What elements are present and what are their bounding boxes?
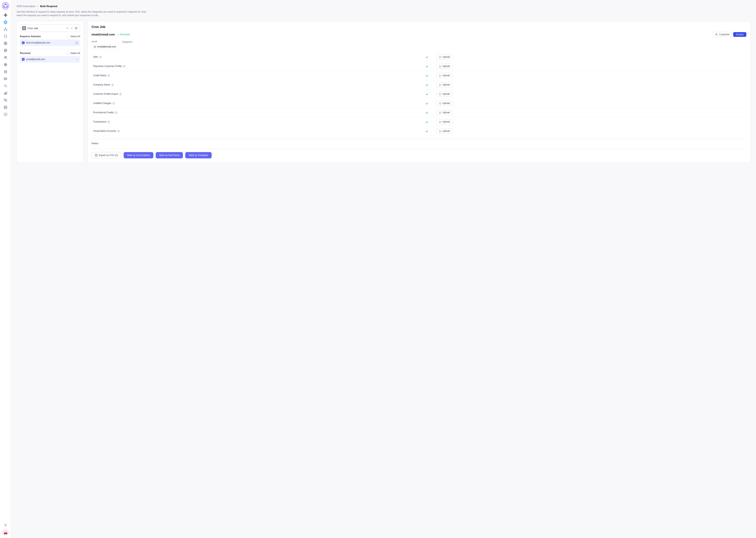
left-panel: Cron Job ✕ <box>17 21 83 163</box>
svg-rect-10 <box>4 35 7 37</box>
svg-point-25 <box>5 79 5 79</box>
upload-icon <box>439 56 441 58</box>
notes-section: Notes: <box>92 139 746 145</box>
table-icon[interactable] <box>2 104 9 110</box>
svg-rect-30 <box>4 93 5 94</box>
upload-button[interactable]: Upload <box>436 82 452 87</box>
integration-filter-btn[interactable] <box>74 26 78 30</box>
mark-not-found-button[interactable]: Mark as Not Found <box>156 152 183 158</box>
datapoint-check-icon <box>425 55 428 58</box>
email-tag-value: email@email.com <box>97 45 116 48</box>
svg-rect-14 <box>6 43 7 45</box>
datapoint-name: Company Name <box>93 83 417 86</box>
filter-list-icon[interactable] <box>2 522 9 528</box>
upload-button[interactable]: Upload <box>436 91 452 96</box>
info-icon <box>123 65 125 67</box>
info-icon <box>119 92 122 95</box>
database-icon[interactable] <box>2 69 9 75</box>
svg-rect-41 <box>23 27 24 28</box>
datapoint-row: Transactions <box>92 117 746 127</box>
requires-attention-header: Requires Attention Select All <box>20 35 80 38</box>
datapoints-table: Gifts <box>92 52 746 136</box>
resolved-section: Resolved Select All ✓ email@email.com ✓ <box>20 52 80 63</box>
breadcrumb-current: Bulk Respond <box>40 5 57 8</box>
sidebar-bottom: 🚗 <box>2 522 9 536</box>
integration-name: Cron Job <box>27 27 64 30</box>
chart-bar-icon[interactable] <box>2 90 9 96</box>
email-col-label: email <box>92 40 118 43</box>
mark-exception-button[interactable]: Mark as an Exception <box>124 152 153 158</box>
datapoint-actions: Upload <box>435 108 746 117</box>
mark-complete-button[interactable]: Mark as Complete <box>185 152 212 158</box>
requires-attention-checkbox[interactable] <box>67 35 69 38</box>
upload-button[interactable]: Upload <box>436 64 452 69</box>
bottom-bar: Export as CSV (2) Mark as an Exception M… <box>92 149 746 158</box>
list-item[interactable]: ✓ email@email.com ✓ <box>20 56 80 63</box>
upload-icon <box>439 92 441 95</box>
earth-icon[interactable] <box>2 47 9 54</box>
resolved-select-all[interactable]: Select All <box>67 52 80 55</box>
target-icon[interactable] <box>2 62 9 68</box>
item-checkbox-2[interactable]: ✓ <box>22 58 24 61</box>
list-item[interactable]: ✓ test+email@email.com <box>20 39 80 46</box>
apps-icon[interactable] <box>2 40 9 46</box>
upload-icon <box>439 111 441 114</box>
requires-attention-section: Requires Attention Select All ✓ test+ema… <box>20 35 80 46</box>
integration-clear-btn[interactable]: ✕ <box>66 26 69 30</box>
eye-off-icon[interactable] <box>2 97 9 103</box>
page-description: Use this interface to respond to many re… <box>17 10 150 17</box>
svg-point-22 <box>5 64 6 65</box>
datapoint-name: Gifts <box>93 56 417 58</box>
svg-rect-42 <box>24 27 25 28</box>
item-checkbox-1[interactable]: ✓ <box>22 41 24 44</box>
upload-button[interactable]: Upload <box>436 101 452 106</box>
search-icon[interactable] <box>2 83 9 89</box>
customer-badge: Customer <box>713 32 732 37</box>
svg-rect-11 <box>4 42 5 43</box>
integration-actions: ✕ <box>66 26 78 30</box>
people-icon[interactable] <box>2 54 9 61</box>
cube-icon[interactable] <box>2 33 9 39</box>
resolved-select-label[interactable]: Select All <box>71 52 80 55</box>
integration-chevron-btn[interactable] <box>70 26 73 30</box>
email-tag: email@email.com <box>92 44 118 49</box>
upload-button[interactable]: Upload <box>436 54 452 60</box>
datapoint-row: Customer Profile Export <box>92 89 746 99</box>
sidebar: ➕ 🌐 <box>0 0 11 538</box>
id-card-icon[interactable] <box>2 76 9 82</box>
datapoint-row: Unbilled Charges <box>92 99 746 108</box>
svg-rect-33 <box>4 106 7 109</box>
svg-point-4 <box>3 6 5 8</box>
datapoint-actions: Upload <box>435 127 746 136</box>
globe-icon[interactable]: 🌐 <box>2 19 9 25</box>
integration-selector[interactable]: Cron Job ✕ <box>20 25 80 32</box>
access-button[interactable]: Access <box>733 32 746 37</box>
datapoint-check-icon <box>425 83 428 86</box>
resolved-checkbox[interactable] <box>67 52 69 55</box>
resolved-title: Resolved <box>20 52 30 55</box>
app-logo[interactable] <box>2 2 9 10</box>
customer-user-icon <box>715 33 718 36</box>
support-icon[interactable] <box>2 111 9 117</box>
requires-attention-select-all[interactable]: Select All <box>67 35 80 38</box>
upload-button[interactable]: Upload <box>436 110 452 115</box>
svg-point-23 <box>4 71 7 72</box>
upload-button[interactable]: Upload <box>436 129 452 134</box>
add-icon[interactable]: ➕ <box>2 12 9 18</box>
breadcrumb: DSR Automation > Bulk Respond <box>17 5 750 8</box>
requires-attention-select-label[interactable]: Select All <box>71 35 80 38</box>
network-icon[interactable] <box>2 26 9 32</box>
datapoint-check-icon <box>425 92 428 95</box>
upload-button[interactable]: Upload <box>436 73 452 78</box>
upload-icon <box>439 130 441 133</box>
datapoint-row: Gifts <box>92 52 746 62</box>
content-grid: Cron Job ✕ <box>17 21 750 163</box>
svg-rect-13 <box>4 43 5 45</box>
datapoint-row: Credit Notes <box>92 71 746 80</box>
car-icon[interactable]: 🚗 <box>2 529 9 536</box>
export-csv-button[interactable]: Export as CSV (2) <box>92 152 121 158</box>
breadcrumb-parent[interactable]: DSR Automation <box>17 5 35 8</box>
customer-label: Customer <box>719 33 730 36</box>
datapoint-name: Promotional Credits <box>93 111 417 114</box>
upload-button[interactable]: Upload <box>436 119 452 124</box>
